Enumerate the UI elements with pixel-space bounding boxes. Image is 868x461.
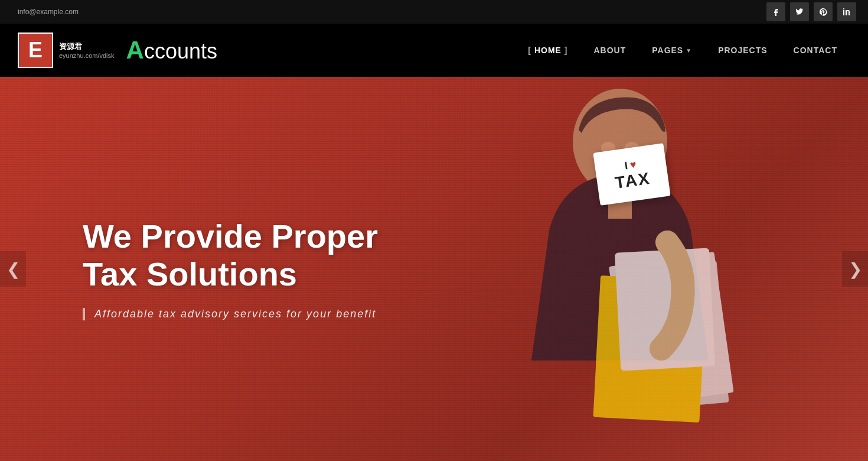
logo-name: 资源君: [59, 41, 115, 52]
linkedin-icon[interactable]: [837, 2, 856, 21]
logo-box: E: [18, 33, 53, 68]
logo-area: E 资源君 eyunzhu.com/vdisk: [18, 33, 115, 68]
navbar: E 资源君 eyunzhu.com/vdisk Accounts [ HOME …: [0, 24, 868, 77]
nav-links: [ HOME ] ABOUT PAGES▼ PROJECTS CONTACT: [515, 24, 850, 77]
hero-heading: We Provide Proper Tax Solutions: [83, 217, 437, 294]
tax-card-heart: ♥: [629, 158, 637, 171]
nav-pages[interactable]: PAGES▼: [639, 24, 705, 77]
slider-next-button[interactable]: ❯: [842, 251, 868, 287]
pinterest-icon[interactable]: [814, 2, 833, 21]
tax-card-text: TAX: [614, 168, 652, 192]
tax-card: I ♥ TAX: [593, 143, 670, 206]
nav-contact[interactable]: CONTACT: [781, 24, 850, 77]
tax-card-iloveline: I ♥: [624, 158, 637, 172]
site-title-accent: A: [126, 36, 144, 64]
nav-home[interactable]: [ HOME ]: [515, 24, 580, 77]
hero-subtext-wrapper: Affordable tax advisory services for you…: [83, 308, 437, 320]
tax-card-i: I: [624, 159, 629, 171]
site-title: Accounts: [126, 36, 217, 64]
logo-url: eyunzhu.com/vdisk: [59, 52, 115, 59]
hero-content: We Provide Proper Tax Solutions Affordab…: [83, 217, 437, 320]
logo-text: 资源君 eyunzhu.com/vdisk: [59, 41, 115, 59]
nav-about[interactable]: ABOUT: [580, 24, 639, 77]
site-title-rest: ccounts: [144, 39, 217, 63]
hero-section: I ♥ TAX We Provide Proper Tax Solutions …: [0, 77, 868, 461]
nav-projects[interactable]: PROJECTS: [705, 24, 780, 77]
twitter-icon[interactable]: [790, 2, 809, 21]
slider-prev-button[interactable]: ❮: [0, 251, 26, 287]
logo-letter: E: [28, 38, 43, 63]
facebook-icon[interactable]: [766, 2, 785, 21]
email-display: info@example.com: [18, 8, 79, 16]
hero-figure: [384, 77, 797, 461]
top-bar: info@example.com: [0, 0, 868, 24]
hero-subtext: Affordable tax advisory services for you…: [94, 308, 437, 320]
